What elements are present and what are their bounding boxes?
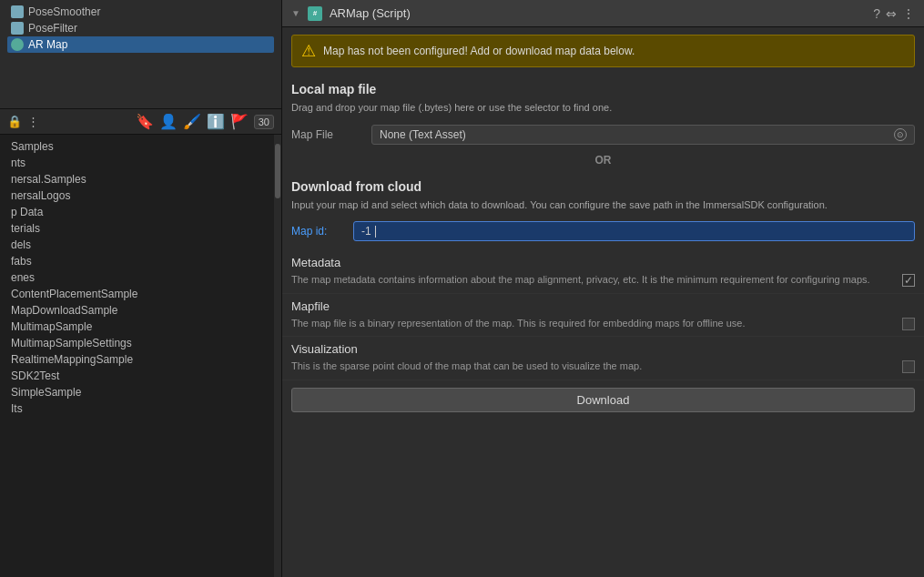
flag-icon[interactable]: 🚩 <box>230 113 249 130</box>
cube-icon <box>11 5 24 18</box>
project-item[interactable]: MultimapSampleSettings <box>0 335 274 351</box>
mapfile-checkbox[interactable] <box>902 318 915 330</box>
project-item[interactable]: SDK2Test <box>0 368 274 384</box>
project-item[interactable]: p Data <box>0 204 274 220</box>
cloud-section-desc: Input your map id and select which data … <box>282 197 924 218</box>
local-map-desc: Drag and drop your map file (.bytes) her… <box>282 100 924 121</box>
metadata-title: Metadata <box>291 256 915 269</box>
more-options-icon[interactable]: ⋮ <box>902 6 915 21</box>
scrollbar-thumb[interactable] <box>275 144 280 198</box>
hierarchy-item-posefilter[interactable]: PoseFilter <box>7 20 274 36</box>
metadata-checkbox[interactable]: ✓ <box>902 274 915 287</box>
project-item[interactable]: MultimapSample <box>0 319 274 335</box>
map-id-row: Map id: -1 <box>282 218 924 245</box>
hierarchy-panel: PoseSmoother PoseFilter AR Map <box>0 0 281 109</box>
scrollbar[interactable] <box>274 135 281 577</box>
help-icon[interactable]: ? <box>873 6 880 21</box>
brush-icon[interactable]: 🖌️ <box>183 113 201 130</box>
warning-icon: ⚠ <box>301 41 316 61</box>
settings-icon[interactable]: ⇔ <box>886 6 897 21</box>
hierarchy-item-posesmoother[interactable]: PoseSmoother <box>7 4 274 20</box>
collapse-arrow-icon[interactable]: ▼ <box>291 8 300 18</box>
project-item[interactable]: RealtimeMappingSample <box>0 351 274 368</box>
project-item[interactable]: MapDownloadSample <box>0 302 274 319</box>
map-id-label: Map id: <box>291 225 346 238</box>
visualization-title: Visualization <box>291 342 915 356</box>
bookmark-icon[interactable]: 🔖 <box>136 113 154 130</box>
project-item[interactable]: terials <box>0 220 274 237</box>
person-icon[interactable]: 👤 <box>159 113 178 130</box>
toolbar-strip: 🔒 ⋮ 🔖 👤 🖌️ ℹ️ 🚩 30 <box>0 109 281 135</box>
map-file-label: Map File <box>291 128 364 141</box>
text-cursor <box>375 226 376 238</box>
local-map-title: Local map file <box>282 75 924 100</box>
project-item[interactable]: SimpleSample <box>0 384 274 400</box>
mapfile-desc: The map file is a binary representation … <box>291 316 915 331</box>
metadata-checkbox-row: Metadata The map metadata contains infor… <box>282 250 924 294</box>
visualization-checkbox[interactable] <box>902 360 915 373</box>
map-id-input[interactable]: -1 <box>353 221 915 241</box>
download-button[interactable]: Download <box>291 388 915 412</box>
or-divider: OR <box>282 148 924 172</box>
project-item[interactable]: enes <box>0 269 274 286</box>
info-icon[interactable]: ℹ️ <box>207 113 225 130</box>
checkmark-icon: ✓ <box>904 275 913 286</box>
warning-message: Map has not been configured! Add or down… <box>323 45 635 57</box>
lock-icon: 🔒 <box>7 115 22 128</box>
count-badge: 30 <box>254 115 274 129</box>
mapfile-checkbox-row: Mapfile The map file is a binary represe… <box>282 294 924 338</box>
metadata-desc: The map metadata contains information ab… <box>291 272 915 288</box>
map-file-value[interactable]: None (Text Asset) ⊙ <box>371 125 915 145</box>
map-file-selector-button[interactable]: ⊙ <box>894 128 907 141</box>
more-icon[interactable]: ⋮ <box>27 115 39 128</box>
cloud-section-title: Download from cloud <box>282 172 924 197</box>
inspector-header: ▼ # ARMap (Script) ? ⇔ ⋮ <box>282 0 924 27</box>
download-btn-row: Download <box>282 380 924 420</box>
project-item[interactable]: Samples <box>0 138 274 155</box>
project-item[interactable]: nts <box>0 155 274 171</box>
inspector-actions: ? ⇔ ⋮ <box>873 6 915 21</box>
project-item[interactable]: dels <box>0 237 274 253</box>
project-panel: Samples nts nersal.Samples nersalLogos p… <box>0 135 274 577</box>
left-panel: PoseSmoother PoseFilter AR Map 🔒 ⋮ 🔖 👤 🖌… <box>0 0 282 577</box>
visualization-desc: This is the sparse point cloud of the ma… <box>291 359 915 374</box>
project-item[interactable]: fabs <box>0 253 274 269</box>
ar-icon <box>11 38 24 51</box>
mapfile-title: Mapfile <box>291 299 915 313</box>
inspector-panel: ▼ # ARMap (Script) ? ⇔ ⋮ ⚠ Map has not b… <box>282 0 924 577</box>
project-item[interactable]: ContentPlacementSample <box>0 286 274 302</box>
project-item[interactable]: nersal.Samples <box>0 171 274 187</box>
script-icon: # <box>308 6 322 21</box>
project-item[interactable]: nersalLogos <box>0 187 274 204</box>
inspector-title: ARMap (Script) <box>330 6 866 20</box>
hierarchy-item-armap[interactable]: AR Map <box>7 36 274 53</box>
cube-icon <box>11 22 24 35</box>
project-item[interactable]: Its <box>0 400 274 417</box>
warning-banner: ⚠ Map has not been configured! Add or do… <box>291 35 915 67</box>
visualization-checkbox-row: Visualization This is the sparse point c… <box>282 337 924 380</box>
map-file-row: Map File None (Text Asset) ⊙ <box>282 121 924 148</box>
